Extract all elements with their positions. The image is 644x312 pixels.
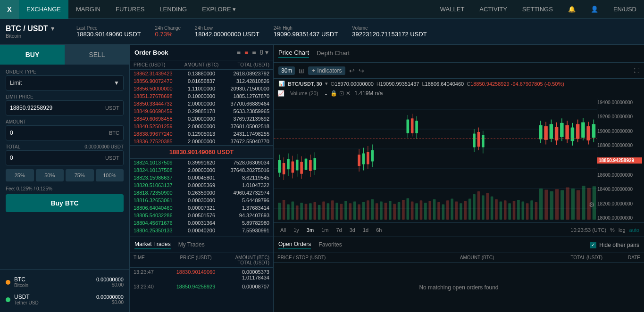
log-scale-button[interactable]: log [619, 227, 626, 233]
table-row[interactable]: 18836.275203852.0000000037672.55040770 [130, 138, 273, 145]
svg-rect-20 [340, 204, 343, 220]
svg-rect-101 [371, 150, 374, 161]
limit-price-input-wrapper: USDT [6, 100, 124, 115]
nav-wallet[interactable]: WALLET [433, 0, 472, 19]
pair-name: BTC / USDT ▼ [6, 25, 62, 33]
buy-tab[interactable]: BUY [0, 45, 65, 65]
table-row[interactable]: 18849.606984590.298851785633.23859965 [130, 107, 273, 115]
pair-info[interactable]: BTC / USDT ▼ Bitcoin [6, 25, 62, 39]
table-row[interactable]: 18856.900724700.01656837312.42810826 [130, 77, 273, 85]
pct-scale-button[interactable]: % [610, 227, 615, 233]
tf-3m-button[interactable]: 3m [305, 226, 316, 234]
last-price-stat: Last Price 18830.90149060 USDT [76, 25, 141, 38]
table-row[interactable]: 18862.314394230.138800002618.08923792 [130, 70, 273, 77]
tf-all-button[interactable]: All [278, 226, 288, 234]
order-type-select[interactable]: Limit ▼ [6, 75, 124, 90]
amount-input[interactable] [6, 130, 109, 136]
tab-market-trades[interactable]: Market Trades [134, 241, 171, 249]
nav-activity[interactable]: ACTIVITY [472, 0, 515, 19]
table-row[interactable]: 18823.159866370.000458018.62119545 [130, 174, 273, 181]
auto-scale-button[interactable]: auto [629, 227, 639, 233]
nav-bell[interactable]: 🔔 [560, 0, 583, 19]
table-row[interactable]: 18824.101375082.0000000037648.20275016 [130, 166, 273, 174]
tf-1m-button[interactable]: 1m [319, 226, 330, 234]
fullscreen-icon[interactable]: ⛶ [634, 67, 639, 74]
svg-rect-62 [526, 203, 529, 220]
vol-lock-icon[interactable]: 🔒 [330, 90, 337, 97]
svg-rect-129 [576, 124, 580, 139]
nav-settings[interactable]: SETTINGS [515, 0, 560, 19]
tf-30m-button[interactable]: 30m [278, 66, 295, 75]
table-row[interactable]: 18804.456716760.000313645.89782980 [130, 219, 273, 227]
vol-eye-icon[interactable]: ⊡ [339, 90, 344, 97]
indicators-button[interactable]: + Indicators [308, 66, 345, 75]
nav-locale[interactable]: EN/USD [606, 0, 644, 19]
limit-price-input[interactable] [6, 105, 105, 111]
ob-split-icon[interactable]: ≡ [252, 49, 256, 56]
chart-settings-icon[interactable]: ⚙ [589, 201, 595, 208]
svg-rect-6 [278, 203, 281, 220]
table-row[interactable]: 18824.101375090.399916207528.06309034 [130, 159, 273, 166]
high-stat: 24h High 19090.99351437 USDT [274, 25, 338, 38]
pct-100-button[interactable]: 100% [96, 169, 124, 181]
vol-close-icon[interactable]: ✕ [346, 90, 351, 97]
svg-rect-77 [278, 160, 281, 172]
hide-pairs-checkbox[interactable]: ✓ [590, 242, 596, 248]
svg-rect-17 [327, 203, 330, 220]
nav-margin[interactable]: MARGIN [68, 0, 108, 19]
buy-btc-button[interactable]: Buy BTC [6, 194, 124, 212]
table-row[interactable]: 18856.500000001.1100000020930.71500000 [130, 85, 273, 92]
tab-favorites[interactable]: Favorites [318, 241, 342, 249]
chart-area: Price Chart Depth Chart 30m ⊞ + Indicato… [274, 45, 644, 237]
table-row[interactable]: 18838.996772400.129050132431.17498255 [130, 130, 273, 138]
total-input[interactable] [6, 155, 105, 161]
table-row[interactable]: 18816.326530610.000300005.64489796 [130, 197, 273, 204]
table-row[interactable]: 18851.276786980.100000001885.12767870 [130, 92, 273, 100]
table-row[interactable]: 18820.510631370.000053691.01047322 [130, 181, 273, 189]
tf-1y-button[interactable]: 1y [292, 226, 301, 234]
pct-25-button[interactable]: 25% [6, 169, 34, 181]
ob-buy-orders: 18824.101375090.399916207528.06309034 18… [130, 159, 273, 234]
ob-menu-icon[interactable]: ≡ [237, 49, 241, 56]
tf-6h-button[interactable]: 6h [374, 226, 384, 234]
svg-rect-39 [424, 203, 427, 220]
pct-50-button[interactable]: 50% [36, 169, 64, 181]
tf-3d-button[interactable]: 3d [348, 226, 357, 234]
nav-exchange[interactable]: EXCHANGE [19, 0, 68, 19]
table-row[interactable]: 18850.334447322.0000000037700.66889464 [130, 100, 273, 107]
sell-tab[interactable]: SELL [65, 45, 129, 65]
nav-explore[interactable]: EXPLORE ▾ [194, 0, 243, 19]
table-row[interactable]: 18806.640404600.000073211.37683414 [130, 204, 273, 212]
nav-futures[interactable]: FUTURES [108, 0, 152, 19]
redo-icon[interactable]: ↪ [359, 67, 364, 74]
svg-rect-34 [402, 200, 405, 220]
table-row[interactable]: 18818.723509000.263590004960.42732974 [130, 189, 273, 197]
table-row[interactable]: 18805.540322860.0050157694.32407693 [130, 212, 273, 219]
tab-price-chart[interactable]: Price Chart [278, 49, 309, 58]
undo-icon[interactable]: ↩ [349, 67, 355, 74]
svg-rect-125 [565, 125, 569, 140]
svg-rect-56 [500, 202, 502, 220]
svg-rect-55 [495, 199, 498, 220]
svg-rect-64 [535, 202, 538, 220]
table-row[interactable]: 18840.525012592.0000000037681.05002518 [130, 123, 273, 130]
svg-rect-99 [367, 152, 369, 164]
candle-type-icon[interactable]: ⊞ [299, 67, 304, 74]
nav-profile[interactable]: 👤 [583, 0, 606, 19]
ob-list-icon[interactable]: ≡ [244, 49, 248, 56]
table-row[interactable]: 18804.253501330.000402007.55930991 [130, 227, 273, 234]
total-field: TOTAL 0.00000000 USDT USDT [6, 144, 124, 165]
nav-lending[interactable]: LENDING [152, 0, 194, 19]
tf-1d-button[interactable]: 1d [361, 226, 370, 234]
table-row[interactable]: 18849.606984580.200000003769.92139692 [130, 115, 273, 123]
logo-icon[interactable]: X [0, 0, 19, 19]
svg-rect-89 [305, 158, 308, 170]
tab-my-trades[interactable]: My Trades [178, 241, 205, 249]
pct-75-button[interactable]: 75% [66, 169, 94, 181]
ob-size-select[interactable]: 8 ▾ [259, 49, 268, 56]
tf-7d-button[interactable]: 7d [334, 226, 343, 234]
nav-right: WALLET ACTIVITY SETTINGS 🔔 👤 EN/USD [433, 0, 644, 19]
svg-rect-65 [539, 189, 543, 220]
tab-open-orders[interactable]: Open Orders [278, 241, 311, 249]
tab-depth-chart[interactable]: Depth Chart [317, 49, 350, 57]
